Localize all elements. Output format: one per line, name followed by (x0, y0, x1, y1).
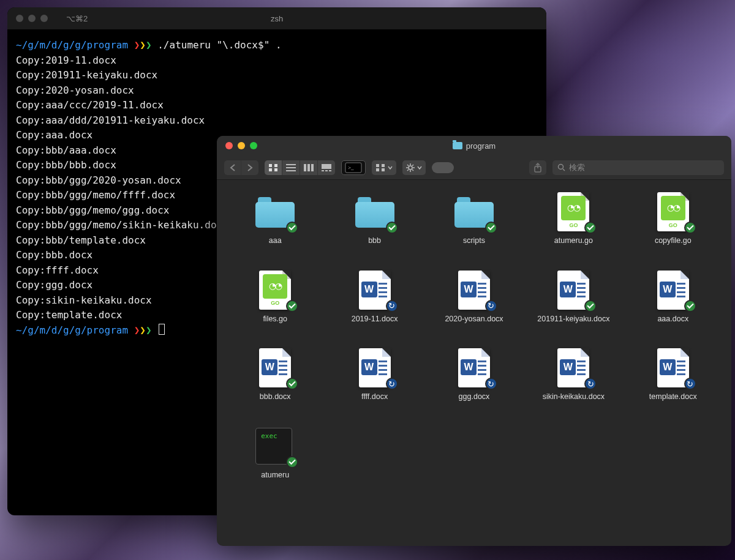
file-label: copyfile.go (655, 236, 692, 246)
syncing-badge (386, 300, 398, 312)
file-item[interactable]: aaa (238, 192, 312, 246)
svg-rect-10 (322, 164, 331, 169)
file-label: bbb.docx (260, 392, 291, 402)
finder-close-button[interactable] (225, 142, 233, 149)
svg-point-31 (559, 165, 564, 170)
icon-grid: aaabbbscriptsGOatumeru.goGOcopyfile.goGO… (232, 192, 717, 480)
tags-button[interactable] (432, 162, 454, 173)
icon-view-button[interactable] (265, 160, 282, 175)
search-field[interactable]: 検索 (552, 160, 724, 175)
file-item[interactable]: W201911-keiyaku.docx (537, 271, 610, 324)
search-placeholder: 検索 (569, 162, 585, 173)
file-label: 201911-keiyaku.docx (537, 315, 609, 324)
file-item[interactable]: Wggg.docx (437, 348, 511, 402)
file-item[interactable]: bbb (338, 192, 412, 246)
file-item[interactable]: GOfiles.go (238, 271, 312, 324)
svg-line-32 (563, 169, 565, 171)
docx-icon: W (654, 271, 693, 310)
svg-rect-13 (329, 170, 331, 171)
file-item[interactable]: GOatumeru.go (537, 192, 610, 246)
sync-complete-badge (485, 222, 497, 234)
finder-title: program (217, 141, 731, 151)
file-item[interactable]: W2020-yosan.docx (437, 271, 511, 324)
finder-body[interactable]: aaabbbscriptsGOatumeru.goGOcopyfile.goGO… (217, 180, 731, 546)
file-label: atumeru.go (554, 236, 593, 246)
forward-button[interactable] (241, 160, 258, 175)
svg-rect-2 (269, 168, 272, 171)
docx-icon: W (454, 271, 494, 310)
docx-icon: W (554, 271, 593, 310)
file-item[interactable]: W2019-11.docx (338, 271, 412, 324)
list-view-button[interactable] (282, 160, 300, 175)
file-item[interactable]: Wtemplate.docx (636, 348, 710, 402)
group-by-button[interactable] (372, 160, 396, 175)
svg-rect-17 (382, 164, 385, 167)
back-button[interactable] (224, 160, 241, 175)
gear-icon (406, 163, 415, 172)
svg-rect-6 (286, 170, 296, 171)
sync-complete-badge (684, 300, 696, 312)
share-button[interactable] (529, 160, 546, 175)
svg-rect-5 (286, 167, 296, 168)
file-label: ffff.docx (361, 392, 388, 402)
finder-titlebar[interactable]: program (217, 136, 731, 155)
docx-icon: W (355, 348, 394, 387)
file-label: bbb (368, 236, 381, 246)
sync-complete-badge (286, 300, 298, 312)
file-label: aaa.docx (657, 315, 688, 324)
svg-point-20 (409, 166, 412, 170)
file-item[interactable]: Waaa.docx (636, 271, 710, 324)
svg-text:>_: >_ (348, 165, 354, 171)
folder-icon (453, 142, 462, 149)
file-item[interactable]: Wbbb.docx (238, 348, 312, 402)
svg-rect-0 (269, 164, 272, 167)
sync-complete-badge (684, 222, 696, 234)
cursor (159, 324, 165, 335)
syncing-badge (485, 378, 497, 390)
docx-icon: W (255, 348, 295, 387)
file-label: aaa (269, 236, 282, 246)
syncing-badge (386, 378, 398, 390)
file-item[interactable]: scripts (437, 192, 511, 246)
terminal-close-button[interactable] (16, 15, 23, 22)
gallery-view-button[interactable] (318, 160, 335, 175)
finder-zoom-button[interactable] (250, 142, 257, 149)
finder-traffic-lights[interactable] (225, 142, 257, 149)
terminal-title: zsh (7, 14, 546, 23)
file-item[interactable]: atumeru (238, 427, 312, 480)
file-label: sikin-keikaku.docx (543, 392, 605, 402)
terminal-tab-hint: ⌥⌘2 (66, 14, 88, 23)
terminal-titlebar[interactable]: ⌥⌘2 zsh (7, 7, 546, 29)
file-label: template.docx (649, 392, 697, 402)
docx-icon: W (454, 348, 494, 387)
file-item[interactable]: Wsikin-keikaku.docx (537, 348, 610, 402)
file-label: scripts (463, 236, 485, 246)
terminal-minimize-button[interactable] (28, 15, 36, 22)
go-icon: GO (554, 192, 593, 231)
sync-complete-badge (286, 456, 298, 468)
finder-toolbar: >_ 検索 (217, 155, 731, 180)
folder-icon (255, 192, 295, 231)
folder-icon (355, 192, 394, 231)
svg-rect-1 (274, 164, 277, 167)
svg-rect-9 (311, 164, 314, 171)
action-menu-button[interactable] (402, 160, 426, 175)
svg-rect-4 (286, 164, 296, 165)
file-item[interactable]: Wffff.docx (338, 348, 412, 402)
terminal-zoom-button[interactable] (40, 15, 48, 22)
svg-rect-7 (304, 164, 306, 171)
finder-minimize-button[interactable] (238, 142, 245, 149)
search-icon (557, 163, 565, 171)
exec-icon (255, 427, 295, 466)
finder-title-text: program (466, 141, 496, 151)
file-item[interactable]: GOcopyfile.go (636, 192, 710, 246)
terminal-traffic-lights[interactable] (16, 15, 48, 22)
sync-complete-badge (386, 222, 398, 234)
path-terminal-button[interactable]: >_ (341, 160, 366, 175)
svg-line-28 (412, 165, 413, 166)
syncing-badge (584, 378, 597, 390)
docx-icon: W (355, 271, 394, 310)
column-view-button[interactable] (300, 160, 318, 175)
file-label: 2020-yosan.docx (445, 315, 503, 324)
syncing-badge (485, 300, 497, 312)
